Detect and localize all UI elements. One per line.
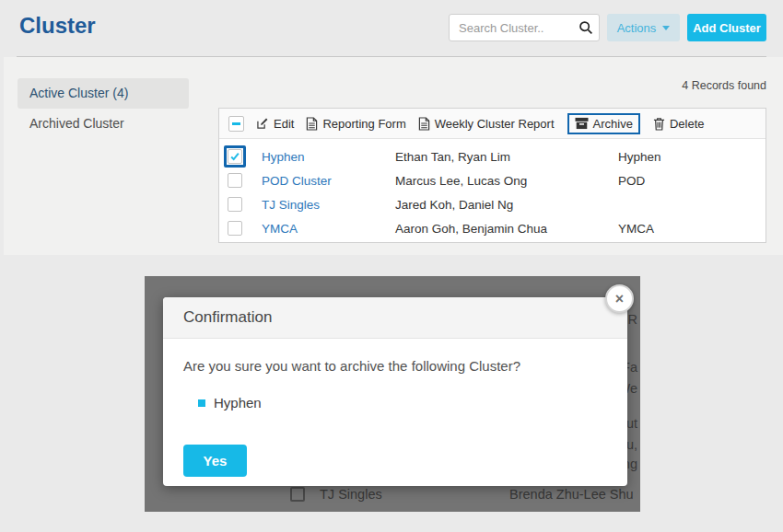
search-input[interactable]: [450, 21, 573, 35]
cluster-name-link[interactable]: TJ Singles: [262, 198, 320, 212]
caret-down-icon: [662, 26, 670, 30]
modal-overlay: er R Fa We hut u, ang TJ Singles Brenda …: [145, 276, 640, 512]
cluster-short-name: POD: [618, 174, 645, 188]
cluster-short-name: YMCA: [618, 222, 654, 236]
cluster-members: Marcus Lee, Lucas Ong: [395, 174, 527, 188]
row-checkbox-checked[interactable]: [224, 145, 246, 168]
cluster-to-archive: Hyphen: [214, 395, 262, 411]
delete-button[interactable]: Delete: [653, 117, 705, 131]
row-checkbox[interactable]: [228, 197, 242, 212]
close-icon: ×: [615, 292, 624, 306]
cluster-short-name: Hyphen: [618, 150, 661, 164]
edit-button[interactable]: Edit: [256, 117, 294, 131]
table-row: TJ Singles Jared Koh, Daniel Ng: [219, 193, 765, 217]
archive-icon: [575, 117, 589, 130]
search-icon: [578, 20, 593, 35]
cluster-table-panel: Edit Reporting Form: [218, 108, 766, 243]
search-box: [449, 14, 600, 41]
row-checkbox[interactable]: [228, 173, 242, 188]
indeterminate-dash-icon: [232, 122, 240, 125]
cluster-page: Cluster Actions Add Cluster Active Clust…: [0, 0, 783, 532]
checkmark-icon: [228, 149, 242, 164]
cluster-name-link[interactable]: Hyphen: [262, 150, 305, 164]
edit-icon: [256, 117, 269, 130]
dialog-message: Are you sure you want to archive the fol…: [183, 358, 520, 374]
cluster-list-item: Hyphen: [198, 395, 262, 411]
table-row: Hyphen Ethan Tan, Ryan Lim Hyphen: [219, 145, 765, 169]
reporting-form-label: Reporting Form: [322, 117, 405, 131]
weekly-cluster-report-button[interactable]: Weekly Cluster Report: [418, 117, 555, 131]
edit-label: Edit: [274, 117, 294, 131]
delete-label: Delete: [670, 117, 705, 131]
close-button[interactable]: ×: [605, 284, 634, 313]
archive-button[interactable]: Archive: [567, 113, 640, 134]
cluster-name-link[interactable]: POD Cluster: [262, 174, 332, 188]
cluster-members: Aaron Goh, Benjamin Chua: [395, 222, 547, 236]
search-button[interactable]: [573, 15, 599, 40]
records-found-label: 4 Records found: [682, 79, 766, 92]
add-cluster-button[interactable]: Add Cluster: [687, 14, 766, 41]
select-all-checkbox[interactable]: [228, 116, 244, 132]
sidebar-item-active-cluster[interactable]: Active Cluster (4): [18, 78, 189, 109]
table-row: YMCA Aaron Goh, Benjamin Chua YMCA: [219, 217, 765, 241]
page-title: Cluster: [19, 13, 96, 39]
reporting-form-button[interactable]: Reporting Form: [306, 117, 405, 131]
actions-button[interactable]: Actions: [607, 14, 680, 41]
row-checkbox[interactable]: [228, 221, 242, 236]
document-icon: [418, 117, 430, 131]
dimmed-background-text: u,: [626, 437, 637, 452]
table-toolbar: Edit Reporting Form: [219, 109, 765, 139]
yes-button[interactable]: Yes: [183, 445, 247, 477]
cluster-name-link[interactable]: YMCA: [262, 222, 298, 236]
dimmed-row-checkbox: [290, 487, 305, 502]
actions-label: Actions: [617, 21, 657, 35]
cluster-members: Jared Koh, Daniel Ng: [395, 198, 513, 212]
cluster-members: Ethan Tan, Ryan Lim: [395, 150, 510, 164]
table-row: POD Cluster Marcus Lee, Lucas Ong POD: [219, 169, 765, 193]
trash-icon: [653, 117, 665, 131]
document-icon: [306, 117, 318, 131]
sidebar-item-archived-cluster[interactable]: Archived Cluster: [18, 109, 189, 139]
dimmed-row-member: Brenda Zhu-Lee Shu: [509, 487, 634, 502]
dialog-title: Confirmation: [183, 308, 272, 327]
cluster-rows: Hyphen Ethan Tan, Ryan Lim Hyphen POD Cl…: [219, 139, 765, 241]
confirmation-dialog: Confirmation Are you sure you want to ar…: [163, 297, 627, 486]
dialog-header: Confirmation: [163, 297, 627, 339]
archive-label: Archive: [593, 117, 633, 131]
bullet-icon: [198, 399, 205, 407]
dimmed-row-name: TJ Singles: [320, 487, 382, 502]
weekly-cluster-report-label: Weekly Cluster Report: [435, 117, 555, 131]
